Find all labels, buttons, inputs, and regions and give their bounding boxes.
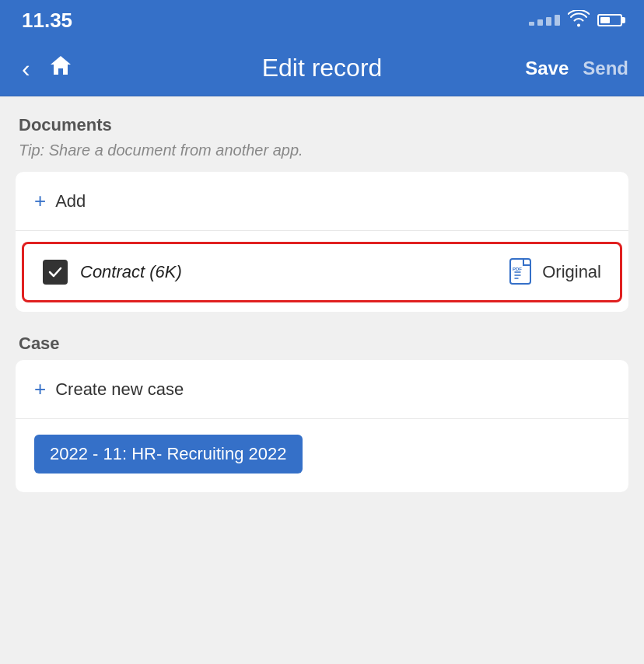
- back-button[interactable]: ‹: [16, 53, 37, 84]
- create-case-row[interactable]: + Create new case: [16, 360, 628, 419]
- case-card: + Create new case 2022 - 11: HR- Recruit…: [16, 360, 628, 492]
- documents-section-header: Documents: [16, 115, 628, 135]
- nav-left: ‹: [16, 53, 169, 84]
- document-original[interactable]: PDF Original: [509, 258, 601, 286]
- save-button[interactable]: Save: [525, 58, 569, 79]
- documents-card: + Add Contract (6K) PDF: [16, 172, 628, 312]
- main-content: Documents Tip: Share a document from ano…: [0, 96, 644, 533]
- document-checkbox[interactable]: [43, 260, 68, 285]
- document-row-wrapper: Contract (6K) PDF Original: [16, 231, 628, 312]
- document-name: Contract (6K): [80, 262, 509, 282]
- nav-actions: Save Send: [475, 58, 628, 79]
- case-section-header: Case: [16, 334, 628, 354]
- add-document-label: Add: [55, 191, 86, 211]
- case-badge[interactable]: 2022 - 11: HR- Recruiting 2022: [34, 435, 303, 474]
- signal-icon: [529, 15, 560, 26]
- case-item-row[interactable]: 2022 - 11: HR- Recruiting 2022: [16, 419, 628, 492]
- svg-text:PDF: PDF: [513, 267, 522, 271]
- send-button[interactable]: Send: [583, 58, 628, 79]
- wifi-icon: [568, 10, 590, 31]
- create-case-label: Create new case: [55, 379, 184, 400]
- documents-tip: Tip: Share a document from another app.: [16, 142, 628, 159]
- original-label: Original: [542, 262, 601, 282]
- home-button[interactable]: [49, 54, 72, 82]
- add-document-row[interactable]: + Add: [16, 172, 628, 231]
- add-icon: +: [34, 189, 46, 213]
- create-case-icon: +: [34, 377, 46, 401]
- status-icons: [529, 10, 622, 31]
- document-item[interactable]: Contract (6K) PDF Original: [22, 242, 622, 302]
- battery-icon: [597, 14, 622, 26]
- status-bar: 11.35: [0, 0, 644, 40]
- nav-bar: ‹ Edit record Save Send: [0, 40, 644, 96]
- page-title: Edit record: [169, 54, 475, 82]
- svg-rect-0: [510, 259, 530, 284]
- status-time: 11.35: [22, 9, 72, 33]
- pdf-icon: PDF: [509, 258, 534, 286]
